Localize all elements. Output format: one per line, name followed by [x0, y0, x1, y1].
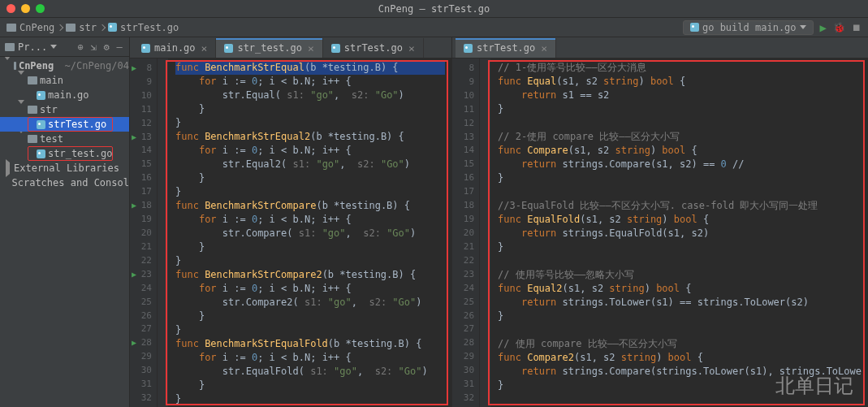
maximize-window-button[interactable] — [36, 4, 45, 13]
stop-button[interactable]: ⏹ — [852, 23, 862, 32]
navigation-bar: CnPeng str strTest.go go build main.go ▶… — [0, 18, 868, 37]
go-file-icon — [141, 44, 150, 53]
debug-button[interactable]: 🐞 — [833, 22, 845, 33]
minimize-window-button[interactable] — [21, 4, 30, 13]
select-opened-file-icon[interactable]: ⊕ — [76, 42, 85, 52]
code-editor-right[interactable]: 8910111213141516171819202122232425262728… — [452, 58, 868, 407]
folder-icon — [66, 24, 76, 32]
chevron-down-icon[interactable] — [18, 100, 24, 115]
tree-file-strtest: strTest.go — [0, 117, 129, 132]
folder-icon — [14, 62, 16, 70]
tab-main-go[interactable]: main.go× — [133, 38, 216, 58]
hide-icon[interactable]: — — [114, 42, 124, 52]
close-window-button[interactable] — [6, 4, 15, 13]
run-button[interactable]: ▶ — [820, 21, 827, 34]
editor-tabs-right: strTest.go× — [452, 37, 868, 58]
folder-icon — [28, 76, 37, 84]
chevron-down-icon[interactable] — [18, 71, 24, 86]
chevron-down-icon[interactable] — [4, 57, 11, 71]
chevron-right-icon — [57, 24, 63, 30]
go-file-icon — [224, 44, 233, 53]
tab-strtest-go-right[interactable]: strTest.go× — [456, 38, 556, 58]
chevron-down-icon — [50, 45, 57, 49]
gutter-left: 8▶910111213▶1415161718▶1920212223▶242526… — [130, 58, 158, 407]
gutter-marks — [158, 58, 169, 407]
editor-left: main.go× str_test.go× strTest.go× 8▶9101… — [130, 37, 452, 407]
close-icon[interactable]: × — [201, 42, 208, 54]
editors-split: main.go× str_test.go× strTest.go× 8▶9101… — [130, 37, 868, 407]
editor-right: strTest.go× 8910111213141516171819202122… — [452, 37, 868, 407]
chevron-right-icon[interactable] — [6, 159, 10, 177]
editor-tabs-left: main.go× str_test.go× strTest.go× — [130, 37, 451, 58]
chevron-right-icon — [99, 24, 106, 30]
window-controls — [6, 4, 45, 13]
go-file-icon — [464, 44, 473, 53]
folder-icon — [28, 135, 37, 143]
go-file-icon — [37, 149, 45, 158]
code-editor-left[interactable]: 8▶910111213▶1415161718▶1920212223▶242526… — [130, 58, 451, 407]
project-tool-window: Pr... ⊕ ⇲ ⚙ — CnPeng ~/CnPeng/04 main ma… — [0, 37, 130, 407]
tab-str-test-go[interactable]: str_test.go× — [216, 38, 322, 58]
project-icon — [5, 43, 15, 51]
go-file-icon — [108, 23, 117, 32]
main-area: Pr... ⊕ ⇲ ⚙ — CnPeng ~/CnPeng/04 main ma… — [0, 37, 868, 407]
breadcrumb[interactable]: CnPeng str strTest.go — [6, 22, 179, 33]
folder-icon — [28, 106, 37, 114]
go-file-icon — [690, 23, 699, 32]
title-bar: CnPeng – strTest.go — [0, 0, 868, 18]
close-icon[interactable]: × — [541, 42, 547, 54]
tab-strtest-go[interactable]: strTest.go× — [323, 38, 424, 58]
toolbar-right: go build main.go ▶ 🐞 ⏹ — [683, 20, 862, 35]
go-file-icon — [37, 120, 45, 129]
expand-all-icon[interactable]: ⇲ — [89, 42, 98, 52]
gear-icon[interactable]: ⚙ — [101, 42, 111, 52]
folder-icon — [6, 24, 16, 32]
run-configuration-dropdown[interactable]: go build main.go — [683, 20, 814, 35]
tree-file-str-test: str_test.go — [0, 146, 129, 161]
close-icon[interactable]: × — [308, 42, 314, 54]
gutter-right: 8910111213141516171819202122232425262728… — [452, 58, 480, 407]
gutter-marks — [480, 58, 491, 407]
project-tree[interactable]: CnPeng ~/CnPeng/04 main main.go str strT… — [0, 57, 129, 407]
project-pane-header[interactable]: Pr... ⊕ ⇲ ⚙ — — [0, 37, 129, 57]
chevron-down-icon — [800, 25, 806, 29]
close-icon[interactable]: × — [408, 42, 415, 54]
window-title: CnPeng – strTest.go — [378, 3, 490, 15]
go-file-icon — [37, 91, 45, 100]
watermark: 北单日记 — [775, 373, 853, 399]
go-file-icon — [331, 44, 340, 53]
